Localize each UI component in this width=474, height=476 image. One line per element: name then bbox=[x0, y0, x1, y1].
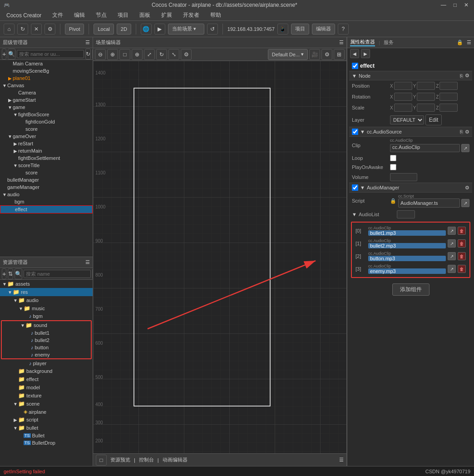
audio-source-copy[interactable]: ⎘ bbox=[460, 129, 463, 134]
scene-header-menu[interactable]: ☰ bbox=[339, 40, 344, 45]
asset-sort[interactable]: ⇅ bbox=[8, 268, 13, 279]
toolbar-reload[interactable]: ↺ bbox=[207, 24, 218, 35]
asset-item-background[interactable]: 📁background bbox=[0, 367, 93, 375]
asset-search-toggle[interactable]: 🔍 bbox=[15, 268, 22, 279]
menu-node[interactable]: 节点 bbox=[93, 10, 109, 20]
scale-y[interactable]: 1 bbox=[417, 104, 435, 112]
minimize-button[interactable]: — bbox=[439, 2, 448, 8]
audio-item-3-delete[interactable]: 🗑 bbox=[458, 265, 466, 273]
node-copy-icon[interactable]: ⎘ bbox=[460, 73, 463, 79]
audio-manager-header[interactable]: ▼ AudioManager ⚙ bbox=[349, 183, 472, 193]
scene-default-dropdown[interactable]: Default De...▾ bbox=[268, 49, 308, 60]
asset-refresh[interactable]: ↻ bbox=[92, 268, 93, 279]
rotation-y[interactable]: 0 bbox=[417, 93, 435, 101]
toolbar-help[interactable]: ? bbox=[338, 24, 349, 35]
script-field[interactable]: AudioManager.ts bbox=[398, 198, 460, 208]
scale-x[interactable]: 1 bbox=[394, 104, 412, 112]
tree-item-effect[interactable]: effect bbox=[0, 205, 93, 213]
audio-item-0-field[interactable]: bullet1.mp3 bbox=[368, 230, 446, 236]
bottom-tab-animation[interactable]: 动画编辑器 bbox=[163, 456, 188, 463]
tree-item-fightboxscore[interactable]: ▼fightBoxScore bbox=[0, 111, 93, 118]
menu-extend[interactable]: 扩展 bbox=[158, 10, 175, 20]
node-settings-icon[interactable]: ⚙ bbox=[465, 73, 469, 79]
bottom-bar-menu[interactable]: □ bbox=[96, 455, 107, 466]
asset-item-music[interactable]: ▼📁music bbox=[0, 304, 93, 312]
scale-z[interactable]: 1 bbox=[439, 104, 458, 112]
tree-item-returnmain[interactable]: ▶returnMain bbox=[0, 147, 93, 154]
asset-item-enemy[interactable]: ♪enemy bbox=[2, 351, 91, 358]
tree-item-canvas[interactable]: ▼Canvas bbox=[0, 82, 93, 89]
audio-manager-enabled[interactable] bbox=[352, 184, 358, 191]
asset-item-bullet-folder[interactable]: ▼📁bullet bbox=[0, 424, 93, 432]
audio-manager-settings[interactable]: ⚙ bbox=[465, 185, 469, 191]
audio-source-header[interactable]: ▼ cc.AudioSource ⎘ ⚙ bbox=[349, 127, 472, 137]
audio-item-0-browse[interactable]: ↗ bbox=[448, 227, 456, 235]
hierarchy-menu-icon[interactable]: ☰ bbox=[85, 40, 90, 45]
tree-item-score1[interactable]: score bbox=[0, 125, 93, 133]
scene-dropdown[interactable]: 当前场景 ▾ bbox=[168, 24, 204, 35]
tree-item-scoretitle[interactable]: ▼scoreTitle bbox=[0, 162, 93, 169]
tree-item-restart[interactable]: ▶reStart bbox=[0, 140, 93, 147]
scene-tool-5[interactable]: ⤡ bbox=[168, 49, 179, 60]
inspector-tab-properties[interactable]: 属性检查器 bbox=[350, 39, 375, 46]
scene-canvas[interactable]: 1400 1300 1200 1100 1000 900 800 700 600… bbox=[93, 61, 346, 453]
audio-item-2-delete[interactable]: 🗑 bbox=[458, 252, 466, 260]
tree-item-plane01[interactable]: ▶plane01 bbox=[0, 74, 93, 82]
scene-settings[interactable]: ⚙ bbox=[321, 49, 332, 60]
menu-dev[interactable]: 开发者 bbox=[180, 10, 202, 20]
toolbar-play[interactable]: ▶ bbox=[154, 24, 165, 35]
clip-value[interactable]: cc.AudioClip bbox=[390, 144, 460, 152]
project-button[interactable]: 项目 bbox=[291, 24, 309, 35]
2d-button[interactable]: 2D bbox=[117, 24, 131, 35]
asset-search-input[interactable] bbox=[24, 270, 91, 278]
audio-source-enabled[interactable] bbox=[352, 129, 358, 135]
toolbar-device[interactable]: 📱 bbox=[277, 24, 288, 35]
bottom-tab-console[interactable]: 控制台 bbox=[139, 456, 154, 463]
editor-button[interactable]: 编辑器 bbox=[312, 24, 335, 35]
hierarchy-search-input[interactable] bbox=[17, 50, 84, 58]
scene-tool-2[interactable]: ⊕ bbox=[132, 49, 143, 60]
inspector-menu-icon[interactable]: ☰ bbox=[467, 40, 471, 45]
tree-item-gameover[interactable]: ▼gameOver bbox=[0, 133, 93, 140]
add-component-button[interactable]: 添加组件 bbox=[392, 283, 430, 296]
script-browse-btn[interactable]: ↗ bbox=[461, 199, 469, 207]
tree-item-main-camera[interactable]: Main Camera bbox=[0, 60, 93, 67]
clip-browse-btn[interactable]: ↗ bbox=[461, 144, 469, 152]
asset-item-scene[interactable]: ▼📁scene bbox=[0, 400, 93, 408]
toolbar-home[interactable]: ⌂ bbox=[4, 24, 15, 35]
play-on-awake-checkbox[interactable] bbox=[390, 164, 396, 170]
hierarchy-add[interactable]: + bbox=[2, 49, 6, 60]
audio-item-3-browse[interactable]: ↗ bbox=[448, 265, 456, 273]
asset-add[interactable]: + bbox=[2, 268, 6, 279]
scene-grid-toggle[interactable]: ⊞ bbox=[334, 49, 345, 60]
position-z[interactable]: 0 bbox=[439, 82, 458, 90]
audio-source-settings[interactable]: ⚙ bbox=[465, 129, 469, 135]
hierarchy-refresh[interactable]: ↻ bbox=[85, 49, 91, 60]
asset-item-res[interactable]: ▼📁res bbox=[0, 288, 93, 296]
close-button[interactable]: ✕ bbox=[462, 2, 470, 8]
asset-item-texture[interactable]: 📁texture bbox=[0, 392, 93, 400]
asset-item-airplane[interactable]: ◈airplane bbox=[0, 408, 93, 416]
maximize-button[interactable]: □ bbox=[452, 2, 459, 8]
tree-item-camera[interactable]: Camera bbox=[0, 89, 93, 96]
tree-item-bulletmanager[interactable]: bulletManager bbox=[0, 176, 93, 183]
local-button[interactable]: Local bbox=[94, 24, 114, 35]
hierarchy-search-toggle[interactable]: 🔍 bbox=[8, 49, 15, 60]
audio-item-3-field[interactable]: enemy.mp3 bbox=[368, 268, 446, 274]
asset-item-script[interactable]: ▶📁script bbox=[0, 416, 93, 424]
asset-item-sound[interactable]: ▼📁sound bbox=[2, 321, 91, 329]
layer-select[interactable]: DEFAULT bbox=[390, 115, 424, 124]
tree-item-fighticongold[interactable]: fightIconGold bbox=[0, 118, 93, 125]
node-enabled-checkbox[interactable] bbox=[352, 63, 358, 69]
hierarchy-collapse[interactable]: ◫ bbox=[92, 49, 93, 60]
asset-item-model[interactable]: 📁model bbox=[0, 383, 93, 392]
toolbar-close[interactable]: ✕ bbox=[31, 24, 42, 35]
rotation-z[interactable]: 0 bbox=[439, 93, 458, 101]
scene-tool-1[interactable]: □ bbox=[119, 49, 130, 60]
loop-checkbox[interactable] bbox=[390, 155, 396, 161]
asset-item-bgm[interactable]: ♪bgm bbox=[0, 312, 93, 320]
audio-item-0-delete[interactable]: 🗑 bbox=[458, 227, 466, 235]
toolbar-settings[interactable]: ⚙ bbox=[44, 24, 55, 35]
position-y[interactable]: 0 bbox=[417, 82, 435, 90]
menu-panel[interactable]: 面板 bbox=[137, 10, 153, 20]
